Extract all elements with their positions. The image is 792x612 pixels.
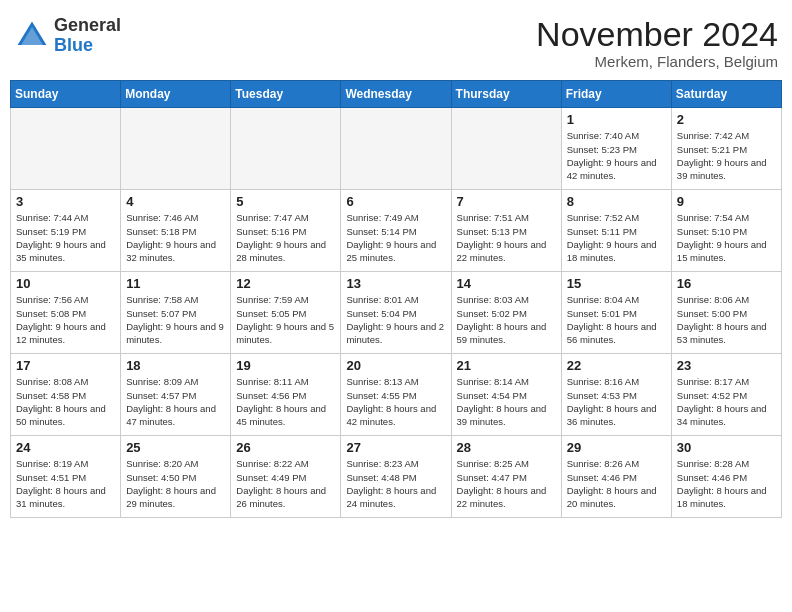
day-header-saturday: Saturday xyxy=(671,81,781,108)
day-info: Sunrise: 7:40 AM Sunset: 5:23 PM Dayligh… xyxy=(567,129,666,182)
calendar-day-cell: 4Sunrise: 7:46 AM Sunset: 5:18 PM Daylig… xyxy=(121,190,231,272)
day-number: 9 xyxy=(677,194,776,209)
calendar-day-cell: 25Sunrise: 8:20 AM Sunset: 4:50 PM Dayli… xyxy=(121,436,231,518)
logo-blue-text: Blue xyxy=(54,36,121,56)
day-info: Sunrise: 8:01 AM Sunset: 5:04 PM Dayligh… xyxy=(346,293,445,346)
day-info: Sunrise: 8:23 AM Sunset: 4:48 PM Dayligh… xyxy=(346,457,445,510)
day-info: Sunrise: 7:54 AM Sunset: 5:10 PM Dayligh… xyxy=(677,211,776,264)
day-number: 21 xyxy=(457,358,556,373)
day-number: 5 xyxy=(236,194,335,209)
calendar-day-cell: 15Sunrise: 8:04 AM Sunset: 5:01 PM Dayli… xyxy=(561,272,671,354)
day-info: Sunrise: 8:16 AM Sunset: 4:53 PM Dayligh… xyxy=(567,375,666,428)
day-number: 28 xyxy=(457,440,556,455)
day-info: Sunrise: 8:13 AM Sunset: 4:55 PM Dayligh… xyxy=(346,375,445,428)
day-number: 8 xyxy=(567,194,666,209)
day-info: Sunrise: 8:03 AM Sunset: 5:02 PM Dayligh… xyxy=(457,293,556,346)
calendar-day-cell: 30Sunrise: 8:28 AM Sunset: 4:46 PM Dayli… xyxy=(671,436,781,518)
day-number: 13 xyxy=(346,276,445,291)
day-info: Sunrise: 7:42 AM Sunset: 5:21 PM Dayligh… xyxy=(677,129,776,182)
calendar-day-cell: 3Sunrise: 7:44 AM Sunset: 5:19 PM Daylig… xyxy=(11,190,121,272)
calendar-day-cell: 8Sunrise: 7:52 AM Sunset: 5:11 PM Daylig… xyxy=(561,190,671,272)
day-number: 26 xyxy=(236,440,335,455)
day-info: Sunrise: 7:52 AM Sunset: 5:11 PM Dayligh… xyxy=(567,211,666,264)
day-info: Sunrise: 8:28 AM Sunset: 4:46 PM Dayligh… xyxy=(677,457,776,510)
day-number: 24 xyxy=(16,440,115,455)
calendar-day-cell: 7Sunrise: 7:51 AM Sunset: 5:13 PM Daylig… xyxy=(451,190,561,272)
day-number: 16 xyxy=(677,276,776,291)
calendar-day-cell: 6Sunrise: 7:49 AM Sunset: 5:14 PM Daylig… xyxy=(341,190,451,272)
day-info: Sunrise: 7:56 AM Sunset: 5:08 PM Dayligh… xyxy=(16,293,115,346)
calendar-day-cell: 10Sunrise: 7:56 AM Sunset: 5:08 PM Dayli… xyxy=(11,272,121,354)
day-info: Sunrise: 7:47 AM Sunset: 5:16 PM Dayligh… xyxy=(236,211,335,264)
calendar-day-cell xyxy=(341,108,451,190)
calendar-week-row: 1Sunrise: 7:40 AM Sunset: 5:23 PM Daylig… xyxy=(11,108,782,190)
day-info: Sunrise: 8:09 AM Sunset: 4:57 PM Dayligh… xyxy=(126,375,225,428)
day-number: 22 xyxy=(567,358,666,373)
calendar-day-cell: 21Sunrise: 8:14 AM Sunset: 4:54 PM Dayli… xyxy=(451,354,561,436)
day-number: 2 xyxy=(677,112,776,127)
day-info: Sunrise: 7:58 AM Sunset: 5:07 PM Dayligh… xyxy=(126,293,225,346)
calendar-day-cell: 27Sunrise: 8:23 AM Sunset: 4:48 PM Dayli… xyxy=(341,436,451,518)
calendar-day-cell: 22Sunrise: 8:16 AM Sunset: 4:53 PM Dayli… xyxy=(561,354,671,436)
title-area: November 2024 Merkem, Flanders, Belgium xyxy=(536,16,778,70)
calendar-day-cell xyxy=(451,108,561,190)
day-info: Sunrise: 8:04 AM Sunset: 5:01 PM Dayligh… xyxy=(567,293,666,346)
day-info: Sunrise: 7:49 AM Sunset: 5:14 PM Dayligh… xyxy=(346,211,445,264)
calendar-week-row: 17Sunrise: 8:08 AM Sunset: 4:58 PM Dayli… xyxy=(11,354,782,436)
calendar-day-cell xyxy=(231,108,341,190)
logo: General Blue xyxy=(14,16,121,56)
day-info: Sunrise: 8:25 AM Sunset: 4:47 PM Dayligh… xyxy=(457,457,556,510)
calendar-day-cell: 16Sunrise: 8:06 AM Sunset: 5:00 PM Dayli… xyxy=(671,272,781,354)
day-number: 29 xyxy=(567,440,666,455)
calendar-day-cell: 28Sunrise: 8:25 AM Sunset: 4:47 PM Dayli… xyxy=(451,436,561,518)
calendar-week-row: 10Sunrise: 7:56 AM Sunset: 5:08 PM Dayli… xyxy=(11,272,782,354)
page-header: General Blue November 2024 Merkem, Fland… xyxy=(10,10,782,72)
day-number: 12 xyxy=(236,276,335,291)
calendar-day-cell: 26Sunrise: 8:22 AM Sunset: 4:49 PM Dayli… xyxy=(231,436,341,518)
day-number: 27 xyxy=(346,440,445,455)
calendar-day-cell: 1Sunrise: 7:40 AM Sunset: 5:23 PM Daylig… xyxy=(561,108,671,190)
day-info: Sunrise: 7:44 AM Sunset: 5:19 PM Dayligh… xyxy=(16,211,115,264)
logo-general-text: General xyxy=(54,16,121,36)
day-info: Sunrise: 8:08 AM Sunset: 4:58 PM Dayligh… xyxy=(16,375,115,428)
calendar-table: SundayMondayTuesdayWednesdayThursdayFrid… xyxy=(10,80,782,518)
logo-text: General Blue xyxy=(54,16,121,56)
calendar-day-cell: 24Sunrise: 8:19 AM Sunset: 4:51 PM Dayli… xyxy=(11,436,121,518)
day-header-tuesday: Tuesday xyxy=(231,81,341,108)
day-number: 7 xyxy=(457,194,556,209)
day-info: Sunrise: 8:14 AM Sunset: 4:54 PM Dayligh… xyxy=(457,375,556,428)
day-number: 4 xyxy=(126,194,225,209)
calendar-week-row: 3Sunrise: 7:44 AM Sunset: 5:19 PM Daylig… xyxy=(11,190,782,272)
calendar-day-cell: 19Sunrise: 8:11 AM Sunset: 4:56 PM Dayli… xyxy=(231,354,341,436)
day-info: Sunrise: 8:19 AM Sunset: 4:51 PM Dayligh… xyxy=(16,457,115,510)
day-info: Sunrise: 7:51 AM Sunset: 5:13 PM Dayligh… xyxy=(457,211,556,264)
calendar-day-cell: 29Sunrise: 8:26 AM Sunset: 4:46 PM Dayli… xyxy=(561,436,671,518)
calendar-week-row: 24Sunrise: 8:19 AM Sunset: 4:51 PM Dayli… xyxy=(11,436,782,518)
calendar-day-cell xyxy=(121,108,231,190)
day-number: 3 xyxy=(16,194,115,209)
calendar-header-row: SundayMondayTuesdayWednesdayThursdayFrid… xyxy=(11,81,782,108)
day-number: 15 xyxy=(567,276,666,291)
day-number: 17 xyxy=(16,358,115,373)
location-title: Merkem, Flanders, Belgium xyxy=(536,53,778,70)
day-number: 1 xyxy=(567,112,666,127)
calendar-day-cell: 9Sunrise: 7:54 AM Sunset: 5:10 PM Daylig… xyxy=(671,190,781,272)
calendar-day-cell: 11Sunrise: 7:58 AM Sunset: 5:07 PM Dayli… xyxy=(121,272,231,354)
day-number: 10 xyxy=(16,276,115,291)
day-info: Sunrise: 7:46 AM Sunset: 5:18 PM Dayligh… xyxy=(126,211,225,264)
day-info: Sunrise: 7:59 AM Sunset: 5:05 PM Dayligh… xyxy=(236,293,335,346)
day-info: Sunrise: 8:22 AM Sunset: 4:49 PM Dayligh… xyxy=(236,457,335,510)
day-number: 18 xyxy=(126,358,225,373)
calendar-day-cell: 20Sunrise: 8:13 AM Sunset: 4:55 PM Dayli… xyxy=(341,354,451,436)
calendar-day-cell: 12Sunrise: 7:59 AM Sunset: 5:05 PM Dayli… xyxy=(231,272,341,354)
calendar-day-cell: 18Sunrise: 8:09 AM Sunset: 4:57 PM Dayli… xyxy=(121,354,231,436)
day-header-thursday: Thursday xyxy=(451,81,561,108)
day-info: Sunrise: 8:20 AM Sunset: 4:50 PM Dayligh… xyxy=(126,457,225,510)
day-number: 19 xyxy=(236,358,335,373)
calendar-day-cell: 5Sunrise: 7:47 AM Sunset: 5:16 PM Daylig… xyxy=(231,190,341,272)
day-info: Sunrise: 8:17 AM Sunset: 4:52 PM Dayligh… xyxy=(677,375,776,428)
day-header-wednesday: Wednesday xyxy=(341,81,451,108)
day-number: 11 xyxy=(126,276,225,291)
day-number: 14 xyxy=(457,276,556,291)
calendar-day-cell: 2Sunrise: 7:42 AM Sunset: 5:21 PM Daylig… xyxy=(671,108,781,190)
